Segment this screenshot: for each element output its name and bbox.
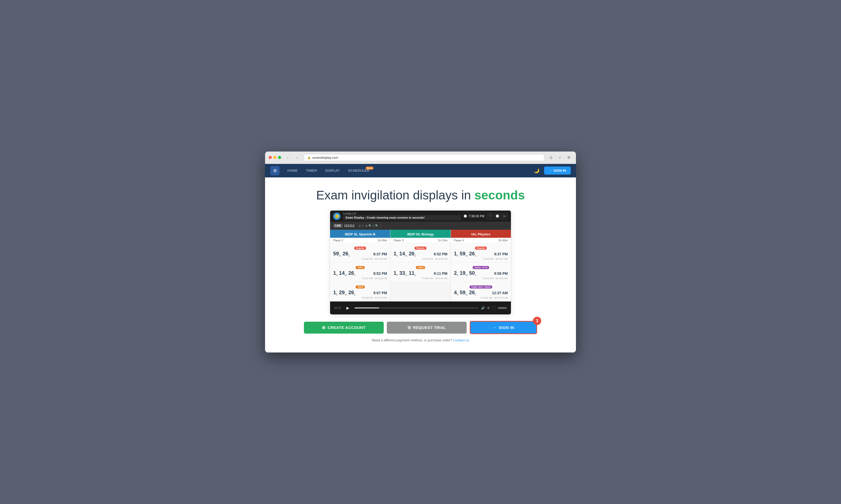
- cta-section: ⊞ CREATE ACCOUNT ⊟ REQUEST TRIAL → SIGN …: [304, 321, 537, 334]
- spanish-regular-time: 59m 26s 8:37 PM: [333, 251, 387, 257]
- trial-icon: ⊟: [408, 325, 411, 330]
- biology-subheader: Paper 3 1h 15m: [391, 238, 450, 243]
- address-bar[interactable]: 🔒 examdisplay.com: [304, 154, 544, 161]
- biology-regular-section: Regular 1h 14m 26s 8:52 PM ℛ 8:47 PM 30'…: [391, 243, 450, 263]
- mockup-avatar: 😊: [333, 213, 340, 220]
- nav-item-display[interactable]: DISPLAY: [322, 167, 343, 174]
- browser-controls: ‹ ›: [284, 155, 301, 161]
- send-icon-btn[interactable]: ▷: [502, 213, 508, 219]
- physics-triple-time: 4h 59m 26s 12:37 AM: [454, 290, 508, 296]
- physics-subheader: Paper 4 2h 00m: [451, 238, 511, 243]
- volume-icon[interactable]: 🔊: [481, 306, 485, 310]
- mockup-subtitle: CAIE 121212 ⊞☀◑🔍3🔍⛶: [330, 222, 511, 230]
- sidebar-button[interactable]: ⧉: [565, 155, 572, 161]
- phys-regular-badge: Regular: [475, 247, 487, 250]
- physics-triple-section: Triple time +150% 4h 59m 26s 12:37 AM ℛ …: [451, 282, 511, 302]
- signin-arrow-icon: →: [549, 168, 552, 173]
- bio-plus25-badge: +25%: [416, 266, 425, 269]
- sign-in-button[interactable]: → SIGN IN: [544, 166, 571, 175]
- page-content: Exam invigilation displays in seconds 😊 …: [265, 177, 576, 353]
- physics-header: IAL Physics: [451, 230, 511, 238]
- exam-col-biology: IBDP HL Biology Paper 3 1h 15m Regular 1…: [391, 230, 451, 302]
- company-name: Lompla Ltd: [343, 212, 461, 215]
- browser-window: ‹ › 🔒 examdisplay.com ⎙ + ⧉ ⊞ HOME TIMER…: [265, 151, 576, 353]
- request-trial-button[interactable]: ⊟ REQUEST TRIAL: [387, 322, 467, 334]
- plus25-badge: +25%: [356, 266, 364, 269]
- physics-jamie-time: 2h 19m 50s 9:58 PM: [454, 270, 508, 276]
- clock-icon-btn[interactable]: 🕐: [494, 213, 501, 219]
- moon-icon: 🌙: [534, 168, 539, 173]
- mockup-time: 7:38:26 PM: [469, 214, 484, 218]
- video-bar: 02:47 ▶ 🔊 ⚙ ⛶ vimeo: [330, 302, 511, 314]
- biology-plus25-section: +25% 1h 33m 11s 9:11 PM ℛ 9:06 PM 30' 8:…: [391, 263, 450, 282]
- maximize-button[interactable]: [278, 156, 281, 159]
- sign-in-cta-wrapper: → SIGN IN 3: [470, 321, 537, 334]
- signin-cta-icon: →: [493, 325, 497, 330]
- clock-icon: 🕐: [464, 214, 467, 218]
- beta-badge: Beta: [365, 166, 374, 169]
- biology-plus25-time: 1h 33m 11s 9:11 PM: [394, 270, 447, 276]
- sign-in-cta-button[interactable]: → SIGN IN: [470, 321, 537, 334]
- plus50-badge: +50%: [356, 285, 364, 289]
- exam-columns-wrapper: IBDP SL Spanish B Paper 2 1h 00m Regular…: [330, 230, 511, 302]
- minimize-button[interactable]: [273, 156, 276, 159]
- create-account-button[interactable]: ⊞ CREATE ACCOUNT: [304, 322, 384, 334]
- spanish-plus25-time: 1h 14m 26s 8:52 PM: [333, 270, 387, 276]
- heart-icon-btn[interactable]: ♡: [487, 213, 493, 219]
- play-button[interactable]: ▶: [344, 304, 352, 312]
- physics-regular-time: 1h 59m 26s 9:37 PM: [454, 251, 508, 257]
- mockup-topbar: 😊 Lompla Ltd Exam Display - Create stunn…: [330, 211, 511, 222]
- video-timestamp: 02:47: [334, 306, 341, 309]
- jamie-badge: Jamie +17%: [472, 266, 489, 269]
- spanish-subheader: Paper 2 1h 00m: [330, 238, 390, 243]
- nav-bar: ⊞ HOME TIMER DISPLAY SCHEDULER Beta 🌙 → …: [265, 164, 576, 177]
- hero-title: Exam invigilation displays in seconds: [281, 188, 560, 203]
- spanish-header: IBDP SL Spanish B: [330, 230, 390, 238]
- progress-bar[interactable]: [354, 307, 479, 308]
- fullscreen-icon[interactable]: ⛶: [492, 306, 495, 310]
- close-button[interactable]: [269, 156, 272, 159]
- nav-logo[interactable]: ⊞: [270, 166, 280, 175]
- share-button[interactable]: ⎙: [548, 155, 555, 161]
- biology-regular-time: 1h 14m 26s 8:52 PM: [394, 251, 447, 257]
- exam-col-physics: IAL Physics Paper 4 2h 00m Regular 1h 59…: [451, 230, 511, 302]
- settings-icon[interactable]: ⚙: [487, 306, 490, 310]
- traffic-lights: [269, 156, 281, 159]
- browser-actions: ⎙ + ⧉: [548, 155, 572, 161]
- spanish-plus50-section: +50% 1h 29m 26s 9:07 PM ℛ 9:02 PM 30' 8:…: [330, 282, 390, 302]
- new-tab-button[interactable]: +: [556, 155, 563, 161]
- vimeo-logo: vimeo: [498, 306, 507, 310]
- avatar-emoji: 😊: [335, 214, 339, 218]
- nav-item-home[interactable]: HOME: [284, 167, 301, 174]
- exam-columns: IBDP SL Spanish B Paper 2 1h 00m Regular…: [330, 230, 511, 302]
- forward-button[interactable]: ›: [293, 155, 301, 161]
- payment-note: Need a different payment method, or purc…: [281, 338, 560, 342]
- logo-icon: ⊞: [273, 168, 277, 173]
- biology-header: IBDP HL Biology: [391, 230, 450, 238]
- triple-badge: Triple time +150%: [469, 285, 492, 289]
- physics-jamie-section: Jamie +17% 2h 19m 50s 9:58 PM ℛ 9:53 PM …: [451, 263, 511, 282]
- url-text: examdisplay.com: [312, 156, 338, 160]
- bio-regular-badge: Regular: [414, 247, 427, 250]
- progress-fill: [354, 307, 379, 308]
- nav-item-timer[interactable]: TIMER: [302, 167, 321, 174]
- caie-badge: CAIE: [333, 224, 342, 228]
- regular-badge: Regular: [354, 247, 366, 250]
- mockup-title: Exam Display - Create stunning exam scre…: [343, 215, 461, 220]
- contact-us-link[interactable]: Contact us: [453, 338, 469, 342]
- step-badge: 3: [533, 317, 541, 325]
- create-plus-icon: ⊞: [322, 325, 326, 330]
- back-button[interactable]: ‹: [284, 155, 291, 161]
- dark-mode-button[interactable]: 🌙: [532, 166, 541, 175]
- exam-id: 121212: [344, 224, 354, 228]
- physics-regular-section: Regular 1h 59m 26s 9:37 PM ℛ 9:32 PM 30'…: [451, 243, 511, 263]
- spanish-plus25-section: +25% 1h 14m 26s 8:52 PM ℛ 8:47 PM 30' 9:…: [330, 263, 390, 282]
- spanish-plus50-time: 1h 29m 26s 9:07 PM: [333, 290, 387, 296]
- nav-item-scheduler[interactable]: SCHEDULER Beta: [344, 167, 373, 174]
- lock-icon: 🔒: [307, 156, 311, 159]
- exam-col-spanish: IBDP SL Spanish B Paper 2 1h 00m Regular…: [330, 230, 391, 302]
- browser-chrome: ‹ › 🔒 examdisplay.com ⎙ + ⧉: [265, 151, 576, 164]
- spanish-regular-section: Regular 59m 26s 8:37 PM ℛ 8:32 PM 30' 5:…: [330, 243, 390, 263]
- exam-display-mockup: 😊 Lompla Ltd Exam Display - Create stunn…: [330, 210, 511, 315]
- video-controls: 🔊 ⚙ ⛶: [481, 306, 495, 310]
